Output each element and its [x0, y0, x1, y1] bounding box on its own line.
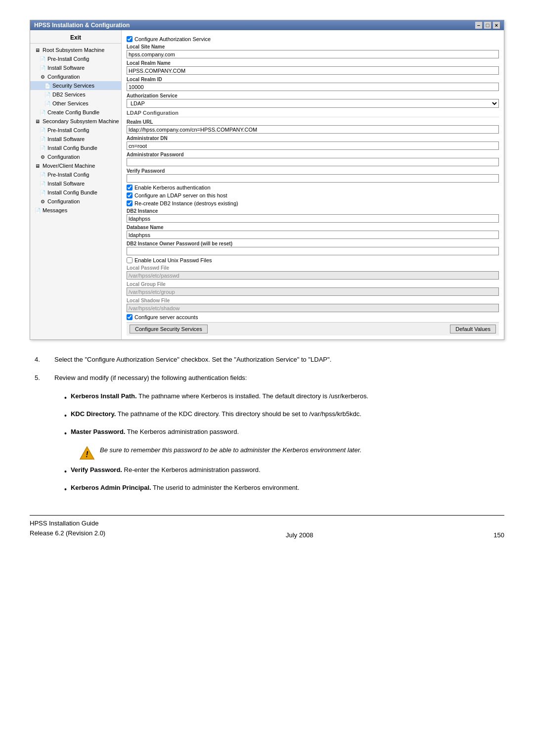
configure-server-accounts-label: Configure server accounts	[134, 314, 198, 320]
admin-password-input[interactable]	[127, 158, 499, 166]
bullet-text: Kerberos Install Path. The pathname wher…	[71, 391, 499, 401]
bullet-dot: •	[64, 484, 67, 495]
bullet-item-master-password: • Master Password. The Kerberos administ…	[64, 427, 499, 439]
db2-instance-label: DB2 Instance	[127, 208, 499, 214]
nav-item-configuration-2[interactable]: ⚙ Configuration	[30, 152, 121, 161]
db2-instance-input[interactable]	[127, 214, 499, 223]
nav-item-preinstall-config-3[interactable]: 📄 Pre-Install Config	[30, 170, 121, 179]
local-group-file-input	[127, 287, 499, 296]
realm-url-input[interactable]	[127, 125, 499, 134]
footer: HPSS Installation Guide Release 6.2 (Rev…	[30, 515, 504, 539]
recreate-db2-label: Re-create DB2 Instance (destroys existin…	[134, 200, 238, 206]
close-button[interactable]: ×	[493, 22, 500, 29]
database-name-input[interactable]	[127, 231, 499, 239]
nav-label: Pre-Install Config	[47, 172, 89, 178]
bullet-text: Kerberos Admin Principal. The userid to …	[71, 483, 499, 493]
local-realm-name-label: Local Realm Name	[127, 60, 499, 66]
configure-server-accounts-checkbox[interactable]	[127, 314, 133, 320]
configure-security-services-button[interactable]: Configure Security Services	[130, 325, 208, 333]
enable-local-unix-checkbox[interactable]	[127, 257, 133, 263]
gear-icon: ⚙	[39, 198, 46, 205]
nav-item-install-software-3[interactable]: 📄 Install Software	[30, 179, 121, 188]
nav-label: Mover/Client Machine	[43, 163, 95, 169]
bullet-item-kerberos-install-path: • Kerberos Install Path. The pathname wh…	[64, 391, 499, 403]
warning-text: Be sure to remember this password to be …	[100, 445, 361, 456]
configure-auth-label: Configure Authorization Service	[134, 36, 211, 42]
nav-label: DB2 Services	[52, 92, 86, 97]
doc-icon: 📄	[39, 109, 46, 116]
enable-local-unix-row: Enable Local Unix Passwd Files	[127, 257, 499, 263]
realm-url-label: Realm URL	[127, 119, 499, 125]
configure-ldap-label: Configure an LDAP server on this host	[134, 192, 227, 198]
doc-icon: 📄	[34, 207, 41, 214]
app-window: HPSS Installation & Configuration – □ × …	[30, 20, 504, 340]
bullet-dot: •	[64, 428, 67, 439]
doc-icon: 📄	[39, 189, 46, 196]
nav-item-messages[interactable]: 📄 Messages	[30, 206, 121, 215]
nav-item-preinstall-config-1[interactable]: 📄 Pre-Install Config	[30, 54, 121, 63]
enable-kerberos-checkbox[interactable]	[127, 185, 133, 190]
nav-label: Pre-Install Config	[47, 56, 89, 62]
nav-label: Other Services	[52, 100, 89, 106]
local-realm-name-input[interactable]	[127, 66, 499, 75]
window-body: Exit 🖥 Root Subsystem Machine 📄 Pre-Inst…	[30, 30, 504, 339]
exit-button[interactable]: Exit	[30, 32, 121, 44]
computer-icon: 🖥	[34, 47, 41, 53]
nav-label: Create Config Bundle	[47, 109, 99, 115]
title-bar: HPSS Installation & Configuration – □ ×	[30, 20, 504, 30]
configure-server-accounts-row: Configure server accounts	[127, 314, 499, 320]
local-shadow-file-label: Local Shadow File	[127, 298, 499, 303]
configure-auth-checkbox[interactable]	[127, 36, 133, 42]
page: HPSS Installation & Configuration – □ × …	[0, 0, 534, 756]
gear-icon: ⚙	[39, 153, 46, 160]
auth-service-select[interactable]: LDAP Kerberos	[127, 99, 499, 108]
bullet-dot: •	[64, 466, 67, 477]
database-name-label: Database Name	[127, 225, 499, 230]
computer-icon: 🖥	[34, 162, 41, 169]
nav-item-install-config-bundle-3[interactable]: 📄 Install Config Bundle	[30, 188, 121, 197]
nav-item-mover-client[interactable]: 🖥 Mover/Client Machine	[30, 161, 121, 170]
step-4-num: 4.	[35, 355, 49, 365]
computer-icon: 🖥	[34, 118, 41, 125]
nav-label: Configuration	[47, 154, 80, 160]
nav-item-install-software-2[interactable]: 📄 Install Software	[30, 135, 121, 143]
local-realm-id-input[interactable]	[127, 83, 499, 91]
configure-ldap-checkbox[interactable]	[127, 192, 133, 198]
doc-icon: 📄	[44, 100, 51, 107]
nav-item-secondary-subsystem[interactable]: 🖥 Secondary Subsystem Machine	[30, 117, 121, 126]
local-realm-id-label: Local Realm ID	[127, 77, 499, 82]
ldap-config-label: LDAP Configuration	[127, 110, 499, 117]
minimize-button[interactable]: –	[475, 22, 482, 29]
local-group-file-label: Local Group File	[127, 282, 499, 287]
local-passwd-file-label: Local Passwd File	[127, 265, 499, 271]
nav-item-create-config-bundle[interactable]: 📄 Create Config Bundle	[30, 108, 121, 117]
verify-password-input[interactable]	[127, 174, 499, 183]
warning-icon: !	[79, 445, 95, 461]
nav-item-install-config-bundle-2[interactable]: 📄 Install Config Bundle	[30, 143, 121, 152]
nav-item-preinstall-config-2[interactable]: 📄 Pre-Install Config	[30, 126, 121, 135]
warning-box: ! Be sure to remember this password to b…	[79, 445, 499, 461]
db2-owner-password-input[interactable]	[127, 247, 499, 255]
default-values-button[interactable]: Default Values	[450, 325, 496, 333]
doc-icon: 📄	[39, 144, 46, 151]
content-panel: Configure Authorization Service Local Si…	[122, 30, 504, 339]
nav-label: Install Config Bundle	[47, 189, 97, 195]
nav-item-db2-services[interactable]: 📄 DB2 Services	[30, 90, 121, 99]
doc-icon: 📄	[39, 127, 46, 134]
window-title: HPSS Installation & Configuration	[34, 22, 130, 29]
nav-item-other-services[interactable]: 📄 Other Services	[30, 99, 121, 108]
nav-item-security-services[interactable]: 📄 Security Services	[30, 81, 121, 90]
maximize-button[interactable]: □	[484, 22, 491, 29]
nav-item-install-software-1[interactable]: 📄 Install Software	[30, 63, 121, 72]
doc-icon: 📄	[39, 55, 46, 62]
nav-item-configuration-3[interactable]: ⚙ Configuration	[30, 197, 121, 206]
footer-title: HPSS Installation Guide	[30, 519, 105, 529]
nav-item-configuration-1[interactable]: ⚙ Configuration	[30, 72, 121, 81]
doc-icon: 📄	[39, 180, 46, 187]
admin-dn-input[interactable]	[127, 142, 499, 150]
nav-item-root-subsystem[interactable]: 🖥 Root Subsystem Machine	[30, 46, 121, 54]
bullet-dot: •	[64, 392, 67, 403]
nav-label: Configuration	[47, 198, 80, 204]
recreate-db2-checkbox[interactable]	[127, 200, 133, 206]
local-site-name-input[interactable]	[127, 50, 499, 58]
